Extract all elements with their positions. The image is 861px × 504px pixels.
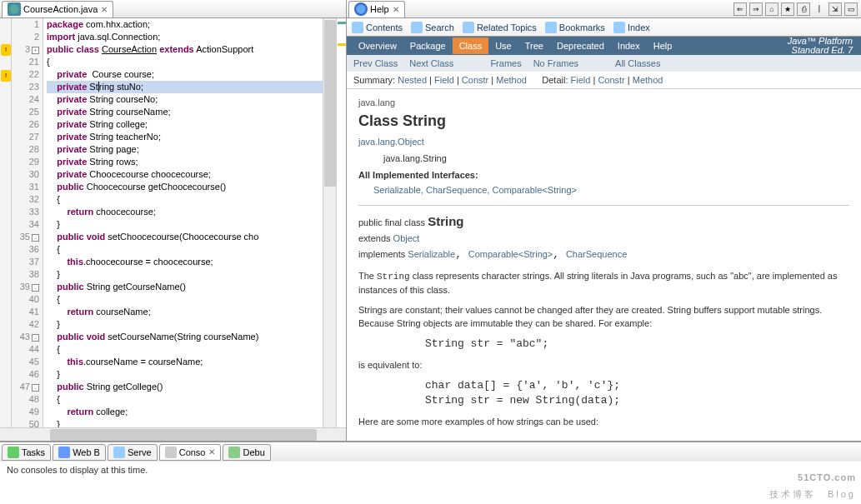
- scroll-thumb[interactable]: [324, 20, 336, 187]
- link-prev-class[interactable]: Prev Class: [353, 58, 398, 68]
- package-name: java.lang: [358, 97, 849, 107]
- link-search[interactable]: Search: [411, 22, 454, 33]
- nav-help[interactable]: Help: [647, 37, 679, 54]
- summary-bar: Summary: Nested | Field | Constr | Metho…: [347, 72, 861, 89]
- help-links-bar: Contents Search Related Topics Bookmarks…: [347, 18, 861, 37]
- scroll-thumb-h[interactable]: [50, 429, 317, 441]
- example-2a: char data[] = {'a', 'b', 'c'};: [425, 378, 849, 393]
- close-icon[interactable]: ✕: [393, 5, 399, 14]
- nav-overview[interactable]: Overview: [352, 37, 403, 54]
- java-file-icon: [8, 2, 21, 16]
- nav-fwd-icon[interactable]: ⇒: [749, 2, 763, 16]
- link-serializable[interactable]: Serializable: [408, 249, 455, 259]
- tab-courseaction[interactable]: CourseAction.java ✕: [2, 1, 113, 17]
- watermark: 51CTO.com 技术博客 Blog: [769, 467, 856, 502]
- link-allclasses[interactable]: All Classes: [615, 58, 660, 68]
- link-object[interactable]: Object: [393, 233, 420, 243]
- nav-use[interactable]: Use: [488, 37, 518, 54]
- tab-label: Help: [370, 4, 389, 14]
- max-icon[interactable]: ▭: [844, 2, 858, 16]
- desc-p3: Here are some more examples of how strin…: [358, 415, 849, 428]
- nav-tree[interactable]: Tree: [518, 37, 550, 54]
- editor-pane: CourseAction.java ✕ !! 123+2122232425262…: [0, 0, 347, 441]
- hr: [358, 205, 849, 206]
- print-icon[interactable]: ⎙: [797, 2, 810, 16]
- help-tab-bar: Help ✕ ⇐ ⇒ ⌂ ★ ⎙ | ⇲ ▭: [347, 0, 861, 18]
- bottom-tab-bar: Tasks Web B Serve Conso✕ Debu: [0, 442, 861, 462]
- ifaces-list[interactable]: Serializable, CharSequence, Comparable<S…: [373, 185, 849, 195]
- javadoc-subnav: Prev Class Next Class Frames No Frames A…: [347, 55, 861, 72]
- tab-console[interactable]: Conso✕: [159, 444, 222, 461]
- overview-ruler[interactable]: [336, 18, 346, 427]
- close-icon[interactable]: ✕: [208, 447, 215, 457]
- sep: |: [813, 2, 826, 16]
- link-dfield[interactable]: Field: [571, 75, 591, 85]
- tab-tasks[interactable]: Tasks: [2, 444, 51, 461]
- desc-p2: Strings are constant; their values canno…: [358, 303, 849, 330]
- scrollbar-vertical[interactable]: [323, 18, 336, 427]
- javadoc-body[interactable]: java.lang Class String java.lang.Object …: [347, 89, 861, 441]
- help-icon: [354, 2, 368, 16]
- min-icon[interactable]: ⇲: [828, 2, 842, 16]
- tab-label: CourseAction.java: [23, 4, 98, 14]
- editor-tab-bar: CourseAction.java ✕: [0, 0, 346, 18]
- bookmark-icon[interactable]: ★: [781, 2, 794, 16]
- nav-deprecated[interactable]: Deprecated: [550, 37, 611, 54]
- web-icon: [58, 447, 70, 458]
- link-field[interactable]: Field: [434, 75, 454, 85]
- ifaces-title: All Implemented Interfaces:: [358, 170, 849, 180]
- nav-package[interactable]: Package: [403, 37, 453, 54]
- line-numbers: 123+212223242526272829303132333435-36373…: [12, 18, 43, 427]
- nav-class[interactable]: Class: [453, 37, 489, 54]
- code-content[interactable]: package com.hhx.action;import java.sql.C…: [43, 18, 323, 427]
- search-icon: [411, 22, 423, 33]
- console-body: No consoles to display at this time.: [0, 462, 861, 478]
- scrollbar-horizontal[interactable]: [0, 427, 346, 441]
- class-title: Class String: [358, 112, 849, 130]
- link-frames[interactable]: Frames: [490, 58, 521, 68]
- home-icon[interactable]: ⌂: [765, 2, 778, 16]
- link-related[interactable]: Related Topics: [463, 22, 537, 33]
- close-icon[interactable]: ✕: [101, 5, 108, 14]
- index-icon: [613, 22, 625, 33]
- example-2b: String str = new String(data);: [425, 393, 849, 408]
- link-method[interactable]: Method: [496, 75, 527, 85]
- link-index[interactable]: Index: [613, 22, 650, 33]
- link-dconstr[interactable]: Constr: [598, 75, 624, 85]
- equiv-label: is equivalent to:: [358, 358, 849, 372]
- tab-webb[interactable]: Web B: [53, 444, 106, 461]
- related-icon: [463, 22, 474, 33]
- tasks-icon: [8, 447, 19, 458]
- bookmarks-icon: [545, 22, 557, 33]
- link-nested[interactable]: Nested: [398, 75, 427, 85]
- help-pane: Help ✕ ⇐ ⇒ ⌂ ★ ⎙ | ⇲ ▭ Contents Search R…: [347, 0, 861, 441]
- desc-p1: The String class represents character st…: [358, 269, 849, 297]
- view-toolbar: ⇐ ⇒ ⌂ ★ ⎙ | ⇲ ▭: [733, 2, 861, 16]
- hierarchy-parent[interactable]: java.lang.Object: [358, 137, 849, 147]
- link-noframes[interactable]: No Frames: [533, 58, 578, 68]
- console-message: No consoles to display at this time.: [7, 465, 148, 475]
- debug-icon: [228, 447, 240, 458]
- marker-column: !!: [0, 18, 12, 427]
- tab-serve[interactable]: Serve: [108, 444, 158, 461]
- example-1: String str = "abc";: [425, 337, 849, 352]
- class-declaration: public final class String extends Object…: [358, 214, 849, 262]
- link-dmethod[interactable]: Method: [633, 75, 663, 85]
- platform-label: Java™ PlatformStandard Ed. 7: [788, 37, 856, 55]
- tab-debug[interactable]: Debu: [223, 444, 270, 461]
- link-contents[interactable]: Contents: [352, 22, 403, 33]
- server-icon: [113, 447, 125, 458]
- contents-icon: [352, 22, 363, 33]
- javadoc-navbar: Overview Package Class Use Tree Deprecat…: [347, 37, 861, 55]
- link-constr[interactable]: Constr: [462, 75, 488, 85]
- code-editor[interactable]: !! 123+212223242526272829303132333435-36…: [0, 18, 346, 427]
- link-charsequence[interactable]: CharSequence: [566, 249, 627, 259]
- nav-index[interactable]: Index: [611, 37, 647, 54]
- link-next-class[interactable]: Next Class: [409, 58, 453, 68]
- link-comparable[interactable]: Comparable<String>: [468, 249, 553, 259]
- link-bookmarks[interactable]: Bookmarks: [545, 22, 605, 33]
- console-icon: [165, 447, 177, 458]
- nav-back-icon[interactable]: ⇐: [733, 2, 747, 16]
- tab-help[interactable]: Help ✕: [348, 1, 405, 17]
- hierarchy-this: java.lang.String: [383, 153, 849, 163]
